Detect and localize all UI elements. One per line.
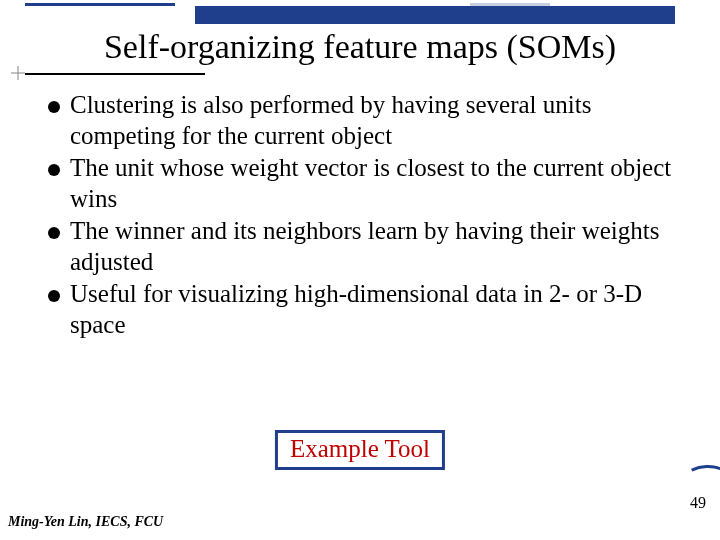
example-tool-link[interactable]: Example Tool bbox=[275, 430, 445, 470]
decor-bar-faint bbox=[470, 3, 550, 6]
bullet-item: Clustering is also performed by having s… bbox=[48, 90, 672, 151]
slide-title: Self-organizing feature maps (SOMs) bbox=[0, 28, 720, 66]
title-underline bbox=[25, 73, 205, 75]
bullet-item: Useful for visualizing high-dimensional … bbox=[48, 279, 672, 340]
footer-author: Ming-Yen Lin, IECS, FCU bbox=[8, 514, 163, 530]
cross-icon bbox=[11, 66, 25, 80]
slide: Self-organizing feature maps (SOMs) Clus… bbox=[0, 0, 720, 540]
decor-bar-left bbox=[25, 3, 175, 6]
decor-arc-icon bbox=[657, 454, 720, 540]
bullet-item: The unit whose weight vector is closest … bbox=[48, 153, 672, 214]
bullet-list: Clustering is also performed by having s… bbox=[48, 90, 672, 342]
page-number: 49 bbox=[690, 494, 706, 512]
bullet-item: The winner and its neighbors learn by ha… bbox=[48, 216, 672, 277]
decor-bar-main bbox=[195, 6, 675, 24]
